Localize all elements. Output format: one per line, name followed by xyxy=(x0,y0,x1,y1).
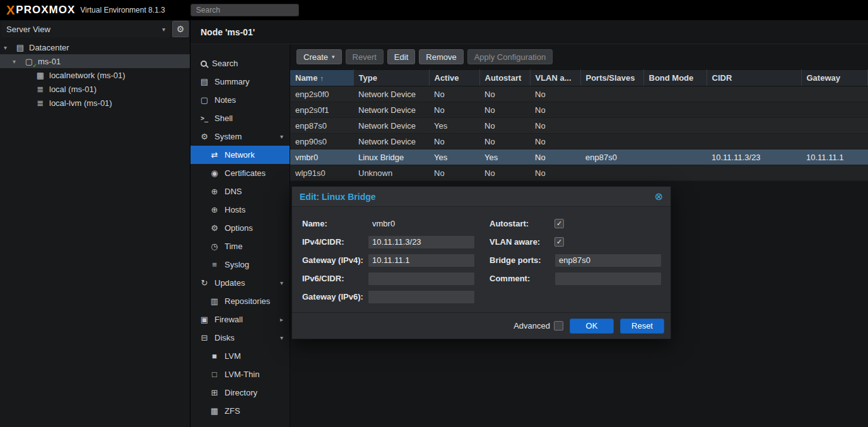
certificate-icon: ◉ xyxy=(209,168,220,178)
node-icon: ▢✓ xyxy=(24,57,34,66)
vlan-aware-checkbox[interactable] xyxy=(554,237,564,247)
column-header-name[interactable]: Name↑ xyxy=(290,70,353,86)
column-header-gateway[interactable]: Gateway xyxy=(801,70,868,86)
nav-item-dns[interactable]: ⊕ DNS xyxy=(191,182,290,201)
gateway-ipv6-field[interactable] xyxy=(368,290,475,304)
notes-icon: ▢ xyxy=(199,95,209,105)
edit-button[interactable]: Edit xyxy=(387,49,415,64)
column-header-bond-mode[interactable]: Bond Mode xyxy=(643,70,707,86)
chevron-down-icon: ▾ xyxy=(162,26,165,33)
sidebar-header: Server View ▾ ⚙ xyxy=(0,20,190,38)
column-header-cidr[interactable]: CIDR xyxy=(707,70,801,86)
nav-item-summary[interactable]: ▤ Summary xyxy=(191,73,290,91)
repositories-icon: ▥ xyxy=(209,296,220,306)
gateway-ipv4-label: Gateway (IPv4): xyxy=(302,255,368,265)
column-header-ports-slaves[interactable]: Ports/Slaves xyxy=(580,70,643,86)
apply-configuration-button[interactable]: Apply Configuration xyxy=(467,49,553,64)
cell: No xyxy=(479,118,530,134)
server-view-dropdown[interactable]: Server View ▾ xyxy=(1,21,170,37)
cell: No xyxy=(429,86,479,102)
ipv6-cidr-field[interactable] xyxy=(368,272,475,286)
storage-icon: ≣ xyxy=(35,85,45,94)
expand-icon[interactable]: ▾ xyxy=(13,58,20,65)
cell xyxy=(707,86,801,102)
chevron-down-icon[interactable]: ▾ xyxy=(280,133,283,140)
nav-item-updates[interactable]: ↻ Updates ▾ xyxy=(191,274,290,292)
autostart-checkbox[interactable] xyxy=(554,219,564,228)
tree-item-localnetwork[interactable]: ▦ localnetwork (ms-01) xyxy=(0,68,190,82)
nav-item-search[interactable]: Search xyxy=(191,54,290,73)
comment-field[interactable] xyxy=(554,272,662,286)
chevron-down-icon[interactable]: ▾ xyxy=(280,334,283,341)
sidebar-settings-button[interactable]: ⚙ xyxy=(172,21,189,37)
nav-item-directory[interactable]: ⊞ Directory xyxy=(191,383,290,402)
cell: enp2s0f0 xyxy=(290,86,353,102)
chevron-down-icon[interactable]: ▾ xyxy=(280,279,283,286)
nav-item-time[interactable]: ◷ Time xyxy=(191,237,290,255)
nav-item-syslog[interactable]: ≡ Syslog xyxy=(191,255,290,274)
table-row-vmbr0[interactable]: vmbr0Linux BridgeYesYesNoenp87s010.11.11… xyxy=(290,149,868,165)
create-button[interactable]: Create ▾ xyxy=(296,49,342,64)
nav-item-lvm-thin[interactable]: □ LVM-Thin xyxy=(191,365,290,383)
column-header-autostart[interactable]: Autostart xyxy=(479,70,530,86)
nav-item-lvm[interactable]: ■ LVM xyxy=(191,347,290,365)
column-header-active[interactable]: Active xyxy=(429,70,479,86)
chevron-right-icon[interactable]: ▸ xyxy=(280,316,283,323)
tree-item-local[interactable]: ≣ local (ms-01) xyxy=(0,82,190,96)
network-storage-icon: ▦ xyxy=(35,71,45,80)
advanced-checkbox[interactable] xyxy=(554,321,563,330)
column-header-type[interactable]: Type xyxy=(353,70,429,86)
cell xyxy=(580,134,643,149)
cell xyxy=(707,102,801,118)
global-search-input[interactable] xyxy=(191,4,299,16)
nav-label: Repositories xyxy=(225,296,270,306)
nav-item-notes[interactable]: ▢ Notes xyxy=(191,91,290,109)
nav-label: Syslog xyxy=(225,260,249,269)
nav-label: Directory xyxy=(225,388,257,397)
expand-icon[interactable]: ▾ xyxy=(4,44,11,51)
gear-icon: ⚙ xyxy=(177,24,185,34)
nav-item-zfs[interactable]: ▦ ZFS xyxy=(191,402,290,420)
network-toolbar: Create ▾ Revert Edit Remove Apply Config… xyxy=(290,44,868,69)
gears-icon: ⚙ xyxy=(199,132,209,141)
cell: No xyxy=(479,134,530,149)
nav-label: Certificates xyxy=(225,168,266,178)
table-header-row: Name↑ Type Active Autostart VLAN a... Po… xyxy=(290,70,868,86)
nav-item-system[interactable]: ⚙ System ▾ xyxy=(191,127,290,146)
ok-button[interactable]: OK xyxy=(570,319,614,334)
remove-button[interactable]: Remove xyxy=(419,49,463,64)
cell xyxy=(801,165,868,181)
table-row-wlp91s0[interactable]: wlp91s0UnknownNoNoNo xyxy=(290,165,868,181)
page-title: Node 'ms-01' xyxy=(191,20,868,44)
nav-item-certificates[interactable]: ◉ Certificates xyxy=(191,164,290,182)
tree-item-node-ms-01[interactable]: ▾ ▢✓ ms-01 xyxy=(0,54,190,68)
cell xyxy=(580,165,643,181)
edit-label: Edit xyxy=(394,52,408,62)
table-row-enp90s0[interactable]: enp90s0Network DeviceNoNoNo xyxy=(290,134,868,149)
cell xyxy=(801,86,868,102)
nav-item-disks[interactable]: ⊟ Disks ▾ xyxy=(191,329,290,347)
nav-item-repositories[interactable]: ▥ Repositories xyxy=(191,292,290,310)
dialog-header[interactable]: Edit: Linux Bridge ⊗ xyxy=(292,187,671,207)
reset-button[interactable]: Reset xyxy=(620,319,664,334)
ipv4-cidr-field[interactable] xyxy=(368,235,475,249)
table-row-enp87s0[interactable]: enp87s0Network DeviceYesNoNo xyxy=(290,118,868,134)
nav-item-options[interactable]: ⚙ Options xyxy=(191,219,290,237)
bridge-ports-field[interactable] xyxy=(554,254,662,267)
cell: No xyxy=(479,102,530,118)
nav-item-network[interactable]: ⇄ Network xyxy=(191,146,290,164)
gateway-ipv4-field[interactable] xyxy=(368,254,475,267)
nav-item-firewall[interactable]: ▣ Firewall ▸ xyxy=(191,310,290,329)
nav-item-shell[interactable]: >_ Shell xyxy=(191,109,290,127)
tree-item-local-lvm[interactable]: ≣ local-lvm (ms-01) xyxy=(0,96,190,110)
table-row-enp2s0f1[interactable]: enp2s0f1Network DeviceNoNoNo xyxy=(290,102,868,118)
table-row-enp2s0f0[interactable]: enp2s0f0Network DeviceNoNoNo xyxy=(290,86,868,102)
close-icon[interactable]: ⊗ xyxy=(655,192,663,202)
tree-item-datacenter[interactable]: ▾ ▤ Datacenter xyxy=(0,40,190,54)
revert-button[interactable]: Revert xyxy=(346,49,384,64)
cell: enp87s0 xyxy=(580,149,643,165)
nav-item-hosts[interactable]: ⊕ Hosts xyxy=(191,201,290,219)
cell: 10.11.11.1 xyxy=(801,149,868,165)
tree-item-label: ms-01 xyxy=(38,57,61,66)
column-header-vlan-aware[interactable]: VLAN a... xyxy=(530,70,580,86)
